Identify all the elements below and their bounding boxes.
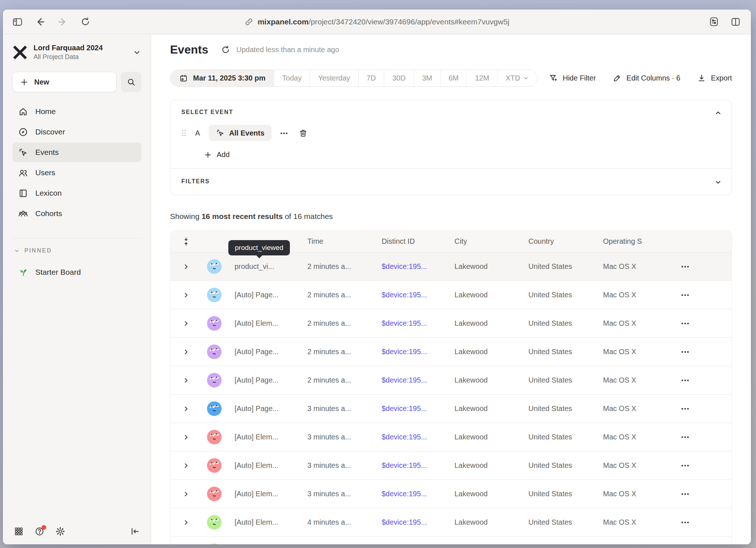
cell-distinct-id-link[interactable]: $device:195...	[373, 433, 446, 441]
sidebar-toggle-icon[interactable]	[12, 16, 23, 28]
range-12m[interactable]: 12M	[466, 70, 497, 86]
home-icon	[18, 107, 28, 117]
row-expand-icon[interactable]	[170, 348, 202, 356]
edit-columns-button[interactable]: Edit Columns · 6	[613, 74, 680, 83]
refresh-icon[interactable]	[221, 45, 231, 55]
sidebar-item-label: Cohorts	[35, 209, 62, 218]
split-view-icon[interactable]	[730, 16, 741, 28]
col-header-city[interactable]: City	[446, 237, 520, 246]
cell-distinct-id-link[interactable]: $device:195...	[373, 348, 446, 356]
table-row[interactable]: [Auto] Elem... 3 minutes a... $device:19…	[170, 480, 732, 508]
chevron-up-icon[interactable]	[714, 109, 722, 117]
address-bar[interactable]: mixpanel.com/project/3472420/view/397469…	[244, 9, 509, 34]
sidebar-item-lexicon[interactable]: Lexicon	[12, 183, 141, 203]
row-expand-icon[interactable]	[170, 518, 202, 527]
col-header-distinct-id[interactable]: Distinct ID	[373, 237, 446, 246]
url-domain: mixpanel.com	[257, 17, 308, 26]
cell-distinct-id-link[interactable]: $device:195...	[373, 404, 446, 413]
table-row[interactable]: [Auto] Page... 2 minutes a... $device:19…	[170, 366, 732, 395]
row-menu-button[interactable]: •••	[673, 263, 732, 270]
table-row[interactable]: product_vi... 2 minutes a... $device:195…	[170, 253, 732, 281]
chevron-down-icon[interactable]	[714, 178, 722, 186]
back-icon[interactable]	[34, 16, 46, 28]
range-xtd[interactable]: XTD	[497, 70, 537, 86]
new-button[interactable]: New	[12, 72, 117, 92]
row-menu-button[interactable]: •••	[673, 406, 732, 412]
cell-distinct-id-link[interactable]: $device:195...	[373, 291, 446, 299]
row-expand-icon[interactable]	[170, 405, 202, 413]
apps-grid-icon[interactable]	[14, 527, 24, 536]
trash-icon[interactable]	[299, 129, 308, 138]
mixpanel-logo-icon	[12, 45, 28, 60]
event-selector-pill[interactable]: All Events	[209, 125, 272, 141]
table-row[interactable]: [Auto] Elem... 3 minutes a... $device:19…	[170, 423, 732, 451]
project-switcher[interactable]: Lord Farquaad 2024 All Project Data	[12, 44, 141, 61]
sidebar-item-starter-board[interactable]: Starter Board	[12, 262, 141, 282]
row-menu-button[interactable]: •••	[673, 462, 732, 469]
hide-filter-label: Hide Filter	[563, 74, 596, 82]
table-row[interactable]: [Auto] Page... 3 minutes a... $device:19…	[170, 395, 732, 423]
row-menu-button[interactable]: •••	[673, 491, 732, 497]
row-expand-icon[interactable]	[170, 490, 202, 498]
event-avatar	[207, 259, 222, 274]
export-button[interactable]: Export	[697, 74, 732, 83]
table-row[interactable]: [Auto] Elem... 4 minutes a... $device:19…	[170, 508, 732, 537]
sidebar-item-cohorts[interactable]: Cohorts	[12, 204, 141, 223]
sidebar-item-users[interactable]: Users	[12, 163, 141, 183]
row-expand-icon[interactable]	[170, 433, 202, 441]
table-row[interactable]	[170, 537, 732, 544]
cell-city: Lakewood	[446, 404, 520, 413]
date-picker[interactable]: Mar 11, 2025 3:30 pm	[170, 70, 274, 86]
cell-distinct-id-link[interactable]: $device:195...	[373, 518, 446, 527]
table-row[interactable]: [Auto] Page... 2 minutes a... $device:19…	[170, 338, 732, 366]
reload-icon[interactable]	[79, 16, 91, 28]
help-icon[interactable]	[35, 527, 44, 536]
sidebar-item-home[interactable]: Home	[12, 102, 141, 121]
search-button[interactable]	[121, 72, 141, 92]
filters-label: FILTERS	[181, 178, 721, 185]
col-header-country[interactable]: Country	[520, 237, 594, 246]
events-table: product_viewed Time Distinct ID City Cou…	[170, 230, 732, 544]
cell-distinct-id-link[interactable]: $device:195...	[373, 490, 446, 498]
pinned-label: PINNED	[24, 247, 52, 254]
range-3m[interactable]: 3M	[414, 70, 440, 86]
event-more-button[interactable]: •••	[280, 130, 288, 136]
pinned-section-header[interactable]: PINNED	[12, 244, 141, 257]
hide-filter-button[interactable]: Hide Filter	[549, 74, 596, 83]
range-yesterday[interactable]: Yesterday	[310, 70, 358, 86]
range-7d[interactable]: 7D	[358, 70, 384, 86]
cell-distinct-id-link[interactable]: $device:195...	[373, 461, 446, 470]
row-menu-button[interactable]: •••	[673, 519, 732, 525]
row-menu-button[interactable]: •••	[673, 320, 732, 326]
row-expand-icon[interactable]	[170, 291, 202, 299]
row-expand-icon[interactable]	[170, 320, 202, 328]
col-header-time[interactable]: Time	[299, 237, 373, 246]
cell-time: 2 minutes a...	[299, 348, 373, 356]
row-menu-button[interactable]: •••	[673, 377, 732, 383]
range-30d[interactable]: 30D	[384, 70, 414, 86]
page-settings-icon[interactable]	[708, 16, 720, 28]
row-expand-icon[interactable]	[170, 462, 202, 470]
table-row[interactable]: [Auto] Elem... 2 minutes a... $device:19…	[170, 309, 732, 338]
event-row-letter: A	[195, 129, 200, 137]
col-header-os[interactable]: Operating S	[594, 237, 673, 246]
row-expand-icon[interactable]	[170, 263, 202, 271]
collapse-rows-icon[interactable]	[170, 237, 202, 246]
cell-distinct-id-link[interactable]: $device:195...	[373, 319, 446, 328]
cell-distinct-id-link[interactable]: $device:195...	[373, 376, 446, 384]
drag-handle-icon[interactable]	[181, 129, 186, 137]
row-menu-button[interactable]: •••	[673, 434, 732, 440]
range-today[interactable]: Today	[274, 70, 310, 86]
collapse-sidebar-icon[interactable]	[130, 527, 140, 536]
range-6m[interactable]: 6M	[440, 70, 467, 86]
gear-icon[interactable]	[55, 527, 65, 536]
table-row[interactable]: [Auto] Elem... 3 minutes a... $device:19…	[170, 451, 732, 480]
sidebar-item-discover[interactable]: Discover	[12, 122, 141, 142]
sidebar-item-events[interactable]: Events	[12, 142, 141, 162]
table-row[interactable]: [Auto] Page... 2 minutes a... $device:19…	[170, 281, 732, 309]
row-expand-icon[interactable]	[170, 376, 202, 384]
add-event-button[interactable]: Add	[204, 150, 721, 159]
row-menu-button[interactable]: •••	[673, 349, 732, 355]
row-menu-button[interactable]: •••	[673, 292, 732, 298]
cell-distinct-id-link[interactable]: $device:195...	[373, 262, 446, 271]
